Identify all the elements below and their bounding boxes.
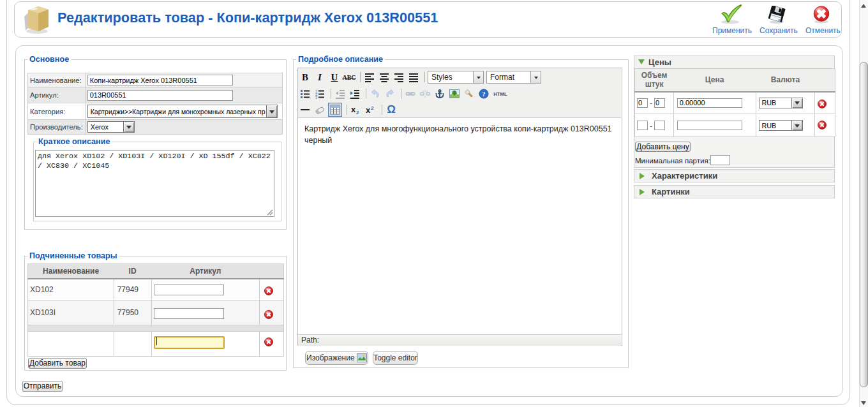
svg-text:?: ? (483, 91, 486, 98)
svg-text:x: x (351, 105, 356, 114)
svg-text:2: 2 (371, 105, 374, 111)
svg-text:2: 2 (356, 110, 359, 115)
svg-text:3: 3 (315, 96, 318, 99)
svg-text:x: x (366, 105, 371, 115)
